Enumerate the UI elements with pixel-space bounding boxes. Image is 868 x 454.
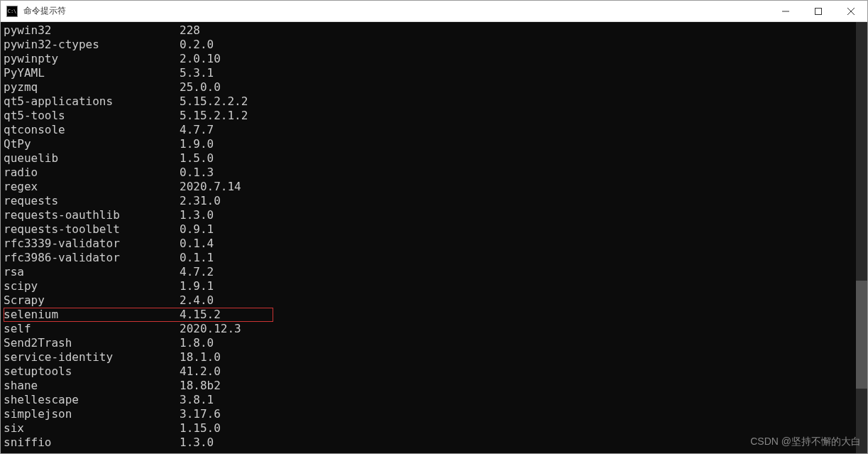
package-version: 18.1.0 (180, 350, 221, 364)
maximize-button[interactable] (802, 1, 835, 21)
package-version: 228 (180, 23, 200, 38)
package-version: 1.9.1 (180, 279, 214, 293)
package-row: simplejson3.17.6 (4, 407, 853, 421)
package-version: 5.15.2.2.2 (180, 94, 248, 109)
minimize-button[interactable] (769, 1, 802, 21)
package-name: setuptools (4, 364, 180, 379)
package-version: 2.4.0 (180, 293, 214, 308)
package-version: 1.3.0 (180, 436, 214, 450)
package-row: Send2Trash1.8.0 (4, 336, 853, 350)
package-name: self (4, 322, 180, 336)
package-row: requests-toolbelt0.9.1 (4, 222, 853, 237)
terminal-container: pywin32228pywin32-ctypes0.2.0pywinpty2.0… (1, 22, 867, 453)
package-name: sniffio (4, 436, 180, 450)
package-name: queuelib (4, 151, 180, 166)
package-row: qt5-applications5.15.2.2.2 (4, 94, 853, 109)
package-row: rfc3986-validator0.1.1 (4, 251, 853, 265)
package-row: PyYAML5.3.1 (4, 66, 853, 80)
package-name: pywinpty (4, 52, 180, 66)
window-title: 命令提示符 (23, 5, 769, 17)
scrollbar[interactable] (856, 22, 867, 453)
maximize-icon (815, 8, 822, 15)
package-name: rfc3986-validator (4, 251, 180, 265)
package-version: 0.9.1 (180, 222, 214, 237)
package-version: 0.1.3 (180, 166, 214, 180)
package-version: 0.1.1 (180, 251, 214, 265)
package-version: 41.2.0 (180, 364, 221, 379)
package-version: 0.2.0 (180, 38, 214, 52)
package-version: 25.0.0 (180, 80, 221, 94)
package-row: qtconsole4.7.7 (4, 123, 853, 137)
package-name: rsa (4, 265, 180, 279)
terminal-output[interactable]: pywin32228pywin32-ctypes0.2.0pywinpty2.0… (1, 22, 856, 453)
package-version: 2020.7.14 (180, 180, 241, 194)
package-name: PyYAML (4, 66, 180, 80)
package-name: Scrapy (4, 293, 180, 308)
package-name: simplejson (4, 407, 180, 421)
package-name: requests-oauthlib (4, 208, 180, 222)
package-row: requests2.31.0 (4, 194, 853, 208)
package-row: six1.15.0 (4, 421, 853, 436)
window-controls (769, 1, 867, 21)
package-version: 2.31.0 (180, 194, 221, 208)
close-button[interactable] (835, 1, 867, 21)
minimize-icon (782, 8, 789, 15)
package-row: queuelib1.5.0 (4, 151, 853, 166)
package-name: requests-toolbelt (4, 222, 180, 237)
scrollbar-thumb[interactable] (856, 281, 867, 389)
package-name: Send2Trash (4, 336, 180, 350)
package-row: qt5-tools5.15.2.1.2 (4, 109, 853, 123)
package-name: pywin32 (4, 23, 180, 38)
package-row: pywin32-ctypes0.2.0 (4, 38, 853, 52)
package-version: 1.8.0 (180, 336, 214, 350)
package-name: service-identity (4, 350, 180, 364)
package-name: regex (4, 180, 180, 194)
package-name: qt5-applications (4, 94, 180, 109)
package-version: 3.8.1 (180, 393, 214, 407)
package-version: 5.3.1 (180, 66, 214, 80)
package-name: pyzmq (4, 80, 180, 94)
package-name: requests (4, 194, 180, 208)
package-row: radio0.1.3 (4, 166, 853, 180)
package-version: 3.17.6 (180, 407, 221, 421)
package-name: rfc3339-validator (4, 237, 180, 251)
package-version: 1.3.0 (180, 208, 214, 222)
cmd-icon (6, 6, 18, 17)
package-name: QtPy (4, 137, 180, 151)
package-version: 1.9.0 (180, 137, 214, 151)
svg-rect-1 (815, 8, 822, 14)
package-name: scipy (4, 279, 180, 293)
package-row: setuptools41.2.0 (4, 364, 853, 379)
package-row: scipy1.9.1 (4, 279, 853, 293)
package-row: requests-oauthlib1.3.0 (4, 208, 853, 222)
package-row: QtPy1.9.0 (4, 137, 853, 151)
package-name: radio (4, 166, 180, 180)
package-row: regex2020.7.14 (4, 180, 853, 194)
package-version: 4.7.2 (180, 265, 214, 279)
package-name: qtconsole (4, 123, 180, 137)
package-name: shellescape (4, 393, 180, 407)
package-row: service-identity18.1.0 (4, 350, 853, 364)
titlebar[interactable]: 命令提示符 (1, 1, 867, 22)
package-version: 1.5.0 (180, 151, 214, 166)
package-row: pywin32228 (4, 23, 853, 38)
package-row: rfc3339-validator0.1.4 (4, 237, 853, 251)
package-version: 2.0.10 (180, 52, 221, 66)
package-name: shane (4, 379, 180, 393)
package-row: selenium4.15.2 (4, 308, 273, 322)
package-version: 1.15.0 (180, 421, 221, 436)
package-row: sniffio1.3.0 (4, 436, 853, 450)
package-row: shane18.8b2 (4, 379, 853, 393)
package-name: pywin32-ctypes (4, 38, 180, 52)
package-row: pyzmq25.0.0 (4, 80, 853, 94)
package-row: pywinpty2.0.10 (4, 52, 853, 66)
package-name: six (4, 421, 180, 436)
package-version: 4.7.7 (180, 123, 214, 137)
package-row: rsa4.7.2 (4, 265, 853, 279)
package-version: 4.15.2 (180, 308, 221, 322)
package-version: 0.1.4 (180, 237, 214, 251)
package-name: qt5-tools (4, 109, 180, 123)
package-row: Scrapy2.4.0 (4, 293, 853, 308)
package-name: selenium (4, 308, 180, 322)
package-version: 18.8b2 (180, 379, 221, 393)
